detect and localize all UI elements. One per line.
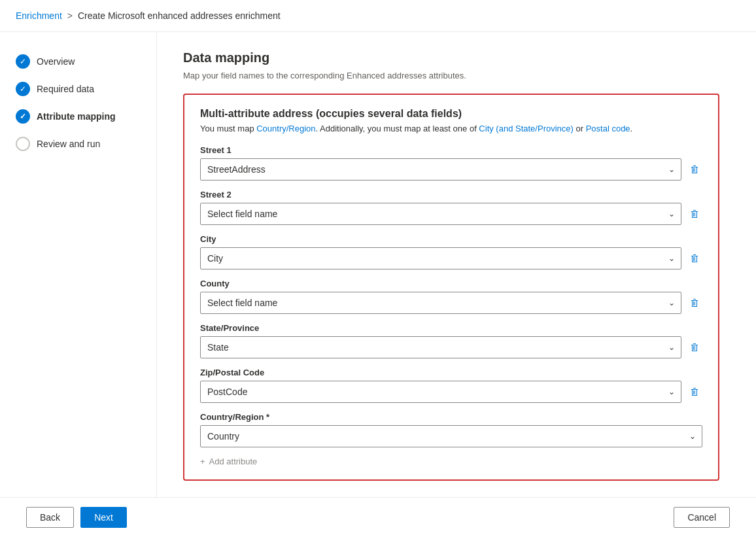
field-group-zip: Zip/Postal Code PostCode ⌄ — [200, 368, 702, 403]
delete-button-street1[interactable] — [687, 162, 702, 177]
field-label-state: State/Province — [200, 323, 702, 333]
delete-button-city[interactable] — [687, 251, 702, 266]
field-select-wrapper-zip: PostCode ⌄ — [200, 381, 681, 403]
card-subtitle-end: or — [574, 124, 586, 133]
card-subtitle-mid: . Additionally, you must map at least on… — [316, 124, 479, 133]
step-circle-review — [16, 137, 30, 151]
field-label-country: Country/Region * — [200, 412, 702, 422]
delete-button-state[interactable] — [687, 339, 702, 355]
field-select-wrapper-city: City ⌄ — [200, 247, 681, 269]
breadcrumb-separator: > — [67, 10, 73, 21]
field-select-street1[interactable]: StreetAddress — [200, 158, 681, 181]
field-select-street2[interactable]: Select field name — [200, 203, 681, 225]
breadcrumb: Enrichment > Create Microsoft enhanced a… — [0, 0, 756, 32]
card-title: Multi-attribute address (occupies severa… — [200, 108, 702, 120]
cancel-button[interactable]: Cancel — [674, 507, 730, 528]
page-title: Data mapping — [183, 50, 730, 65]
sidebar-label-review: Review and run — [37, 139, 100, 149]
field-row-county: Select field name ⌄ — [200, 292, 702, 314]
field-row-country: Country ⌄ — [200, 425, 702, 447]
main-content: Data mapping Map your field names to the… — [157, 32, 756, 534]
field-row-zip: PostCode ⌄ — [200, 381, 702, 403]
field-select-zip[interactable]: PostCode — [200, 381, 681, 403]
field-group-city: City City ⌄ — [200, 234, 702, 269]
step-circle-required: ✓ — [16, 82, 30, 96]
field-select-county[interactable]: Select field name — [200, 292, 681, 314]
sidebar-label-required: Required data — [37, 84, 94, 94]
add-attribute: + Add attribute — [200, 457, 702, 466]
footer-actions: Back Next Cancel — [0, 497, 756, 537]
field-select-wrapper-state: State ⌄ — [200, 336, 681, 358]
sidebar: ✓ Overview ✓ Required data ✓ Attribute m… — [0, 32, 157, 534]
check-icon-3: ✓ — [20, 112, 26, 121]
trash-icon-3 — [689, 253, 700, 264]
step-circle-attribute: ✓ — [16, 109, 30, 124]
card-subtitle-plain: You must map — [200, 124, 256, 133]
field-row-street2: Select field name ⌄ — [200, 203, 702, 225]
page-subtitle: Map your field names to the correspondin… — [183, 71, 730, 80]
trash-icon-6 — [689, 387, 700, 397]
card-subtitle-highlight3: Postal code — [586, 124, 630, 133]
trash-icon-4 — [689, 298, 700, 308]
field-row-state: State ⌄ — [200, 336, 702, 358]
form-card: Multi-attribute address (occupies severa… — [183, 94, 719, 481]
breadcrumb-current: Create Microsoft enhanced addresses enri… — [78, 10, 281, 21]
field-group-county: County Select field name ⌄ — [200, 279, 702, 314]
check-icon: ✓ — [20, 57, 26, 66]
field-select-wrapper-country: Country ⌄ — [200, 425, 702, 447]
sidebar-label-overview: Overview — [37, 56, 75, 67]
field-group-street1: Street 1 StreetAddress ⌄ — [200, 145, 702, 181]
field-select-wrapper-street2: Select field name ⌄ — [200, 203, 681, 225]
field-select-wrapper-county: Select field name ⌄ — [200, 292, 681, 314]
field-row-city: City ⌄ — [200, 247, 702, 269]
sidebar-item-review-run[interactable]: Review and run — [0, 130, 156, 158]
field-label-zip: Zip/Postal Code — [200, 368, 702, 377]
back-button[interactable]: Back — [26, 507, 74, 528]
card-subtitle-highlight1: Country/Region — [256, 124, 315, 133]
field-label-county: County — [200, 279, 702, 288]
breadcrumb-parent[interactable]: Enrichment — [16, 10, 62, 21]
field-group-state: State/Province State ⌄ — [200, 323, 702, 358]
trash-icon-5 — [689, 342, 700, 353]
card-subtitle-highlight2: City (and State/Province) — [479, 124, 574, 133]
sidebar-item-required-data[interactable]: ✓ Required data — [0, 75, 156, 103]
field-group-street2: Street 2 Select field name ⌄ — [200, 190, 702, 225]
trash-icon — [689, 164, 700, 175]
field-select-wrapper-street1: StreetAddress ⌄ — [200, 158, 681, 181]
field-group-country: Country/Region * Country ⌄ — [200, 412, 702, 447]
field-label-street1: Street 1 — [200, 145, 702, 155]
field-row-street1: StreetAddress ⌄ — [200, 158, 702, 181]
plus-icon: + — [200, 457, 205, 466]
sidebar-label-attribute: Attribute mapping — [37, 111, 116, 122]
next-button[interactable]: Next — [80, 507, 127, 528]
card-subtitle: You must map Country/Region. Additionall… — [200, 124, 702, 133]
field-select-city[interactable]: City — [200, 247, 681, 269]
sidebar-item-attribute-mapping[interactable]: ✓ Attribute mapping — [0, 103, 156, 130]
sidebar-item-overview[interactable]: ✓ Overview — [0, 48, 156, 75]
add-attribute-label: Add attribute — [209, 457, 258, 466]
field-label-street2: Street 2 — [200, 190, 702, 199]
trash-icon-2 — [689, 209, 700, 219]
field-label-city: City — [200, 234, 702, 244]
field-select-country[interactable]: Country — [200, 425, 702, 447]
footer-left: Back Next — [26, 507, 127, 528]
card-subtitle-period: . — [630, 124, 633, 133]
delete-button-county[interactable] — [687, 295, 702, 311]
step-circle-overview: ✓ — [16, 54, 30, 69]
check-icon-2: ✓ — [20, 84, 26, 94]
field-select-state[interactable]: State — [200, 336, 681, 358]
delete-button-zip[interactable] — [687, 384, 702, 400]
delete-button-street2[interactable] — [687, 206, 702, 222]
